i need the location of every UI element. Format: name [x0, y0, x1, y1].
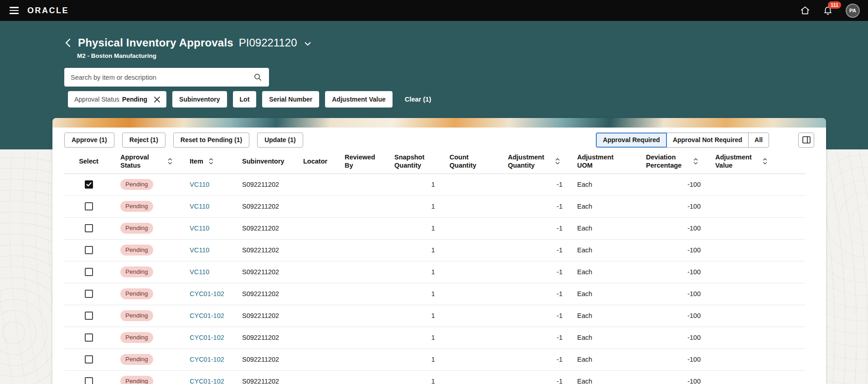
cell-count-quantity [442, 370, 501, 384]
cell-adjustment-value [708, 174, 805, 195]
cell-subinventory: S092211202 [235, 327, 296, 348]
item-link[interactable]: CYC01-102 [190, 334, 224, 341]
filter-buttons: SubinventoryLotSerial NumberAdjustment V… [172, 91, 393, 108]
col-deviation-percentage: Deviation Percentage [646, 153, 688, 169]
notifications-button[interactable]: 111 [823, 5, 833, 15]
status-badge: Pending [120, 179, 153, 190]
status-badge: Pending [120, 332, 153, 343]
cell-snapshot-quantity: 1 [387, 327, 442, 348]
search-input[interactable] [71, 74, 253, 81]
cell-adjustment-value [708, 370, 805, 384]
table-row: Pending VC110 S092211202 1 -1 Each -100 [64, 195, 805, 217]
cell-reviewed-by [337, 370, 387, 384]
table-toolbar: Approve (1)Reject (1)Reset to Pending (1… [64, 132, 814, 148]
back-button[interactable] [64, 37, 72, 48]
row-checkbox[interactable] [85, 202, 93, 210]
filter-row: Approval Status Pending SubinventoryLotS… [68, 91, 868, 108]
cell-adjustment-quantity: -1 [501, 217, 570, 239]
row-checkbox[interactable] [85, 224, 93, 232]
chevron-left-icon [65, 38, 71, 47]
hamburger-icon[interactable] [5, 3, 24, 18]
item-link[interactable]: VC110 [190, 268, 209, 276]
segment-all[interactable]: All [748, 133, 769, 148]
organization-subtitle: M2 - Boston Manufacturing [77, 52, 868, 59]
table-row: Pending VC110 S092211202 1 -1 Each -100 [64, 217, 805, 239]
document-switcher-button[interactable] [305, 42, 311, 46]
status-badge: Pending [120, 201, 153, 212]
filter-chip-value: Pending [122, 96, 147, 103]
table-row: Pending CYC01-102 S092211202 1 -1 Each -… [64, 348, 805, 370]
cell-adjustment-value [708, 327, 805, 348]
cell-adjustment-value [708, 348, 805, 370]
row-checkbox[interactable] [85, 333, 93, 342]
filter-chip-subinventory[interactable]: Subinventory [172, 91, 227, 108]
item-link[interactable]: VC110 [190, 225, 209, 232]
sort-deviation-percentage-button[interactable] [693, 158, 698, 165]
cell-reviewed-by [337, 195, 387, 217]
cell-subinventory: S092211202 [235, 174, 296, 195]
cell-subinventory: S092211202 [235, 261, 296, 283]
row-checkbox[interactable] [85, 268, 93, 276]
filter-chip-approval-status[interactable]: Approval Status Pending [68, 91, 166, 108]
cell-subinventory: S092211202 [235, 370, 296, 384]
cell-subinventory: S092211202 [235, 348, 296, 370]
action-button-approve-1[interactable]: Approve (1) [64, 133, 114, 148]
item-link[interactable]: VC110 [190, 203, 209, 210]
cell-adjustment-value [708, 239, 805, 261]
cell-subinventory: S092211202 [235, 217, 296, 239]
cell-count-quantity [442, 174, 501, 195]
row-checkbox[interactable] [85, 355, 93, 364]
sort-adjustment-value-button[interactable] [763, 158, 767, 165]
manage-columns-button[interactable] [798, 133, 814, 148]
item-link[interactable]: CYC01-102 [190, 290, 224, 297]
remove-filter-button[interactable] [153, 95, 161, 104]
cell-locator [296, 239, 337, 261]
item-link[interactable]: VC110 [190, 181, 209, 188]
user-avatar[interactable]: PA [846, 4, 860, 18]
sort-approval-status-button[interactable] [168, 158, 172, 165]
status-badge: Pending [120, 354, 153, 365]
col-subinventory: Subinventory [242, 157, 284, 165]
row-checkbox[interactable] [85, 312, 93, 320]
cell-adjustment-quantity: -1 [501, 305, 570, 327]
cell-adjustment-uom: Each [570, 261, 639, 283]
cell-subinventory: S092211202 [235, 195, 296, 217]
segment-approval-required[interactable]: Approval Required [596, 133, 666, 148]
home-button[interactable] [800, 5, 810, 15]
cell-deviation-percentage: -100 [639, 239, 708, 261]
action-button-reset-to-pending-1[interactable]: Reset to Pending (1) [173, 133, 249, 148]
item-link[interactable]: VC110 [190, 246, 209, 254]
cell-locator [296, 348, 337, 370]
table-row: Pending CYC01-102 S092211202 1 -1 Each -… [64, 283, 805, 305]
action-button-update-1[interactable]: Update (1) [257, 133, 303, 148]
sort-icon [763, 158, 767, 165]
cell-adjustment-value [708, 195, 805, 217]
col-snapshot-quantity: Snapshot Quantity [394, 153, 435, 169]
cell-locator [296, 174, 337, 195]
cell-snapshot-quantity: 1 [387, 217, 442, 239]
search-button[interactable] [253, 72, 263, 82]
item-link[interactable]: CYC01-102 [190, 378, 224, 384]
col-count-quantity: Count Quantity [450, 153, 491, 169]
cell-adjustment-value [708, 217, 805, 239]
filter-chip-serial-number[interactable]: Serial Number [262, 91, 319, 108]
cell-adjustment-quantity: -1 [501, 261, 570, 283]
clear-filters-button[interactable]: Clear (1) [405, 96, 431, 103]
sort-adjustment-quantity-button[interactable] [555, 158, 560, 165]
col-adjustment-uom: Adjustment UOM [577, 153, 619, 169]
item-link[interactable]: CYC01-102 [190, 312, 224, 319]
row-checkbox[interactable] [85, 180, 93, 189]
filter-chip-lot[interactable]: Lot [233, 91, 257, 108]
status-badge: Pending [120, 245, 153, 256]
cell-adjustment-quantity: -1 [501, 327, 570, 348]
approvals-table: Select Approval Status Item Subinventory… [64, 149, 805, 384]
sort-item-button[interactable] [209, 158, 213, 165]
filter-chip-adjustment-value[interactable]: Adjustment Value [325, 91, 392, 108]
row-checkbox[interactable] [85, 290, 93, 298]
row-checkbox[interactable] [85, 377, 93, 384]
item-link[interactable]: CYC01-102 [190, 356, 224, 363]
action-button-reject-1[interactable]: Reject (1) [122, 133, 165, 148]
cell-count-quantity [442, 327, 501, 348]
segment-approval-not-required[interactable]: Approval Not Required [666, 133, 749, 148]
row-checkbox[interactable] [85, 246, 93, 254]
